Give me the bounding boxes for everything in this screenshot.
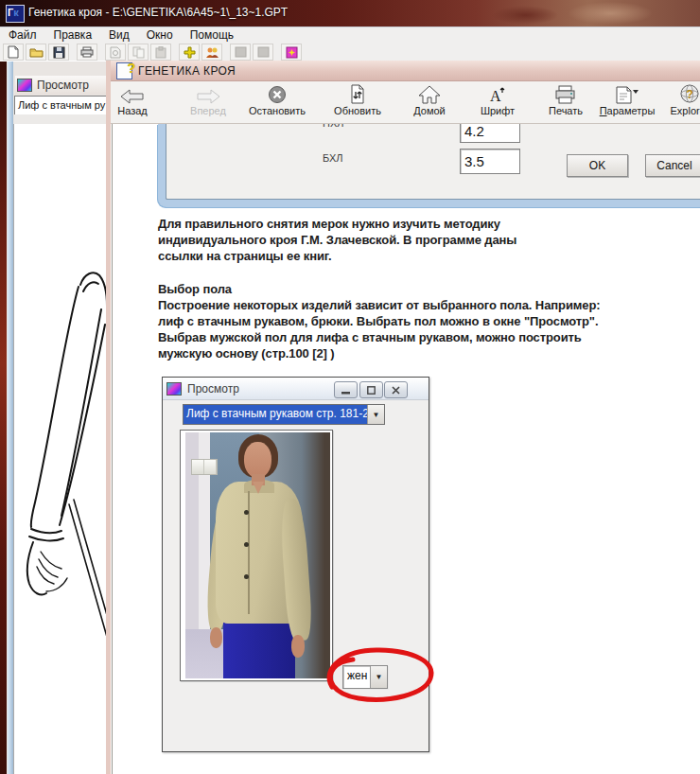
help-paragraph-gender: Построение некоторых изделий зависит от … [158,297,601,361]
help-heading-gender: Выбор пола [158,281,232,297]
desktop-background [0,26,7,774]
back-arrow-icon [120,83,145,104]
dialog-row-label: БХЛ [323,152,343,164]
explorer-button[interactable]: ? Explorer [655,83,700,122]
help-window-titlebar[interactable]: ? ГЕНЕТИКА КРОЯ [111,61,700,81]
help-paragraph-measures: Для правильного снятия мерок нужно изучи… [158,216,516,264]
home-button[interactable]: Домой [394,83,464,122]
gender-select-value: жен [343,666,370,688]
refresh-icon [349,83,366,104]
print-icon[interactable] [77,44,97,61]
options-page-icon [615,83,639,104]
app-toolbar [0,44,700,61]
favorites-magenta-icon[interactable] [281,44,302,61]
svg-text:?: ? [687,88,693,101]
copy-icon [128,44,149,61]
jacket-button [244,574,249,579]
ok-button[interactable]: OK [567,154,628,177]
refresh-button[interactable]: Обновить [323,83,393,122]
model-hand [291,635,305,658]
forward-button: Вперед [173,83,243,122]
menu-window[interactable]: Окно [138,27,182,44]
model-photo-frame [180,430,333,681]
new-document-icon[interactable] [3,44,24,61]
people-icon[interactable] [201,44,222,61]
app-title: Генетика кроя - E:\GENETIKA\6A45~1\_13~1… [28,6,288,19]
garment-select-value: Лиф с втачным рукавом стр. 181-225 [184,405,367,424]
jacket-button [244,510,249,515]
model-face [244,442,271,478]
titlebar-glass-blur [568,2,653,25]
stop-button[interactable]: Остановить [242,83,312,122]
measure-value-bxl[interactable]: 3.5 [460,149,520,174]
open-folder-icon[interactable] [26,44,46,61]
disabled-icon [253,44,273,61]
measure-value-pxl[interactable]: 4.2 [460,124,520,143]
font-icon: A [487,83,508,104]
close-icon[interactable] [384,381,408,398]
menu-edit[interactable]: Правка [45,27,101,44]
preview-screenshot-title: Просмотр [187,382,239,396]
explorer-globe-icon: ? [679,83,700,104]
font-button[interactable]: A Шрифт [463,83,533,122]
stop-icon [268,83,287,104]
menubar: Файл Правка Вид Окно Помощь [0,26,700,44]
printer-icon [554,83,577,104]
add-plus-icon[interactable] [179,44,200,61]
help-nav-toolbar: Назад Вперед Остановить Обновить Домой A… [111,81,700,124]
preview-icon [166,382,182,396]
screen: Гк Генетика кроя - E:\GENETIKA\6A45~1\_1… [0,0,700,774]
gender-select[interactable]: жен ▼ [342,665,388,689]
help-window: ? ГЕНЕТИКА КРОЯ Назад Вперед Остановить … [106,61,700,774]
model-jacket-placket [248,491,250,614]
preview-screenshot-window: Просмотр Лиф с втачным рукавом стр. 181-… [162,377,429,752]
save-icon[interactable] [48,44,69,61]
paste-icon [150,44,171,61]
svg-text:A: A [490,88,501,104]
measure-dialog-screenshot: ПХЛ 4.2 БХЛ 3.5 OK Cancel [158,124,700,207]
preview-icon [17,79,32,92]
forward-arrow-icon [196,83,220,104]
model-hand [210,627,222,648]
maximize-button[interactable] [359,381,383,398]
print-button[interactable]: Печать [531,83,601,122]
preview-window-titlebar[interactable]: Просмотр [15,76,108,95]
disabled-icon [230,44,251,61]
page-preview-icon[interactable] [105,44,126,61]
app-icon: Гк [6,5,25,23]
preview-window-title: Просмотр [37,79,89,92]
help-content: ПХЛ 4.2 БХЛ 3.5 OK Cancel Для правильног… [112,124,700,774]
garment-line-drawing [14,124,107,774]
options-button[interactable]: Параметры [592,83,662,122]
minimize-button[interactable] [334,381,358,398]
chevron-down-icon[interactable]: ▼ [367,405,384,424]
pattern-sketch-canvas [13,124,107,774]
garment-select-embedded[interactable]: Лиф с втачным рукавом стр. 181-225 ▼ [183,404,385,425]
menu-view[interactable]: Вид [100,27,138,44]
app-titlebar[interactable]: Гк Генетика кроя - E:\GENETIKA\6A45~1\_1… [0,0,700,26]
titlebar-glass-blur [492,6,558,25]
cancel-button[interactable]: Cancel [645,154,700,177]
garment-select[interactable]: Лиф с втачным ру [14,96,111,115]
help-window-title: ГЕНЕТИКА КРОЯ [138,64,236,78]
home-icon [418,83,441,104]
preview-window-frame [14,114,106,124]
menu-help[interactable]: Помощь [182,27,242,44]
menu-file[interactable]: Файл [0,27,45,44]
photo-light-switch [191,459,218,475]
help-page-icon: ? [116,62,132,79]
back-button[interactable]: Назад [106,83,167,122]
jacket-button [244,542,249,547]
model-photo [185,432,330,678]
dialog-row-label: ПХЛ [323,124,343,129]
chevron-down-icon[interactable]: ▼ [370,666,387,688]
